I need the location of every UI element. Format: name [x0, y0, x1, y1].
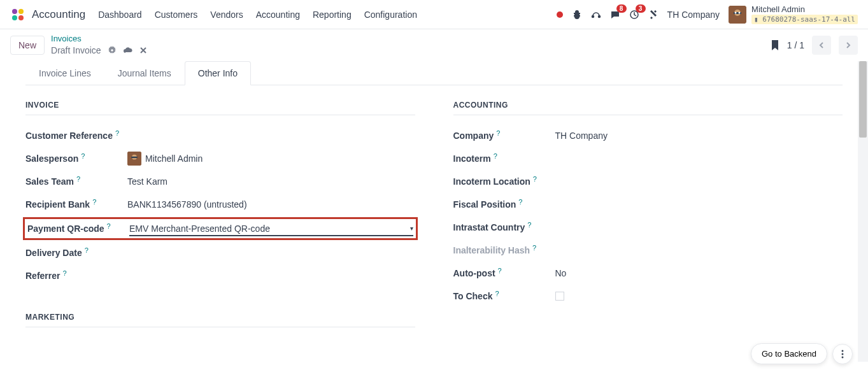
field-to-check: To Check?	[453, 285, 843, 308]
floating-actions: Go to Backend	[751, 343, 853, 362]
breadcrumb-current: Draft Invoice	[51, 45, 147, 56]
main-menu: Dashboard Customers Vendors Accounting R…	[98, 10, 417, 20]
svg-point-3	[18, 15, 24, 20]
kebab-icon	[841, 350, 844, 359]
breadcrumb: Invoices Draft Invoice	[51, 34, 147, 56]
pager-prev-button[interactable]	[812, 36, 831, 55]
menu-dashboard[interactable]: Dashboard	[98, 10, 142, 20]
help-icon[interactable]: ?	[107, 222, 111, 230]
value-sales-team[interactable]: Test Karm	[127, 176, 415, 187]
value-company[interactable]: TH Company	[555, 131, 843, 141]
svg-point-4	[592, 15, 594, 17]
help-icon[interactable]: ?	[518, 198, 522, 206]
label-delivery-date: Delivery Date?	[25, 248, 127, 258]
field-delivery-date: Delivery Date?	[25, 241, 415, 264]
help-icon[interactable]: ?	[496, 129, 500, 137]
help-icon[interactable]: ?	[62, 269, 66, 277]
support-icon[interactable]	[591, 10, 601, 20]
help-icon[interactable]: ?	[527, 221, 531, 229]
menu-reporting[interactable]: Reporting	[313, 10, 352, 20]
menu-customers[interactable]: Customers	[155, 10, 198, 20]
menu-configuration[interactable]: Configuration	[364, 10, 417, 20]
control-panel-right: 1 / 1	[771, 36, 858, 55]
field-inalterability-hash: Inalterability Hash?	[453, 239, 843, 262]
help-icon[interactable]: ?	[81, 152, 85, 160]
app-logo-icon[interactable]	[10, 7, 25, 22]
help-icon[interactable]: ?	[533, 175, 537, 183]
form-columns: INVOICE Customer Reference? Salesperson?…	[25, 101, 843, 336]
discard-icon[interactable]	[139, 46, 147, 54]
label-inalterability-hash: Inalterability Hash?	[453, 245, 555, 255]
section-title-accounting: ACCOUNTING	[453, 101, 843, 115]
messages-icon[interactable]: 8	[610, 10, 620, 20]
label-customer-reference: Customer Reference?	[25, 131, 127, 141]
svg-point-11	[739, 11, 741, 13]
bookmark-icon[interactable]	[771, 40, 779, 50]
help-icon[interactable]: ?	[498, 267, 502, 274]
user-menu[interactable]: Mitchell Admin ▮ 67680278-saas-17-4-all	[729, 4, 858, 24]
menu-accounting[interactable]: Accounting	[256, 10, 300, 20]
svg-point-17	[842, 356, 844, 358]
help-icon[interactable]: ?	[495, 290, 499, 297]
help-icon[interactable]: ?	[532, 244, 536, 252]
to-check-checkbox[interactable]	[555, 292, 564, 301]
svg-point-10	[735, 11, 737, 13]
field-incoterm-location: Incoterm Location?	[453, 170, 843, 193]
label-recipient-bank: Recipient Bank?	[25, 199, 127, 210]
tab-invoice-lines[interactable]: Invoice Lines	[25, 61, 104, 85]
help-icon[interactable]: ?	[115, 129, 119, 137]
help-icon[interactable]: ?	[92, 198, 96, 206]
user-info: Mitchell Admin ▮ 67680278-saas-17-4-all	[751, 4, 858, 24]
activities-icon[interactable]: 3	[629, 10, 639, 20]
help-icon[interactable]: ?	[76, 175, 80, 183]
form-view: Invoice Lines Journal Items Other Info I…	[0, 61, 858, 362]
user-name: Mitchell Admin	[751, 4, 858, 15]
recording-indicator-icon[interactable]	[557, 11, 563, 18]
pager-counter[interactable]: 1 / 1	[787, 40, 804, 50]
help-icon[interactable]: ?	[494, 152, 497, 160]
bug-icon[interactable]	[572, 10, 582, 20]
main-navbar: Accounting Dashboard Customers Vendors A…	[0, 0, 868, 29]
cloud-icon[interactable]	[123, 46, 133, 55]
value-salesperson[interactable]: Mitchell Admin	[127, 152, 415, 166]
svg-rect-14	[131, 157, 137, 158]
tab-journal-items[interactable]: Journal Items	[104, 61, 185, 85]
field-customer-reference: Customer Reference?	[25, 124, 415, 147]
payment-qr-code-select[interactable]: EMV Merchant-Presented QR-code ▾	[129, 222, 413, 236]
control-panel: New Invoices Draft Invoice 1 / 1	[0, 29, 868, 61]
svg-point-16	[842, 353, 844, 355]
label-fiscal-position: Fiscal Position?	[453, 199, 555, 210]
menu-vendors[interactable]: Vendors	[210, 10, 243, 20]
more-actions-button[interactable]	[832, 344, 853, 362]
field-auto-post: Auto-post? No	[453, 262, 843, 285]
messages-badge: 8	[616, 4, 627, 13]
go-to-backend-button[interactable]: Go to Backend	[751, 343, 827, 362]
label-incoterm-location: Incoterm Location?	[453, 176, 555, 187]
value-recipient-bank[interactable]: BANK1134567890 (untrusted)	[127, 199, 415, 210]
new-button[interactable]: New	[10, 36, 45, 55]
label-intrastat-country: Intrastat Country?	[453, 222, 555, 232]
vertical-scrollbar[interactable]	[858, 61, 868, 362]
breadcrumb-parent[interactable]: Invoices	[51, 34, 147, 45]
activities-badge: 3	[636, 4, 646, 13]
database-tag: ▮ 67680278-saas-17-4-all	[751, 15, 858, 24]
scrollbar-thumb[interactable]	[859, 61, 867, 138]
svg-point-15	[842, 350, 844, 352]
topbar-right: 8 3 TH Company Mitchell Admin ▮ 67680278…	[557, 4, 858, 24]
value-auto-post[interactable]: No	[555, 268, 843, 278]
help-icon[interactable]: ?	[85, 246, 89, 254]
tools-icon[interactable]	[648, 10, 658, 20]
field-incoterm: Incoterm?	[453, 147, 843, 170]
svg-point-5	[598, 15, 600, 17]
field-referrer: Referrer?	[25, 264, 415, 287]
notebook-tabs: Invoice Lines Journal Items Other Info	[25, 61, 843, 85]
svg-point-2	[12, 15, 17, 20]
label-incoterm: Incoterm?	[453, 153, 555, 164]
app-name[interactable]: Accounting	[32, 8, 85, 21]
database-icon: ▮	[754, 15, 758, 24]
company-switcher[interactable]: TH Company	[667, 10, 720, 20]
salesperson-avatar-icon	[127, 152, 141, 166]
gear-icon[interactable]	[108, 46, 117, 55]
pager-next-button[interactable]	[839, 36, 858, 55]
tab-other-info[interactable]: Other Info	[185, 61, 251, 85]
